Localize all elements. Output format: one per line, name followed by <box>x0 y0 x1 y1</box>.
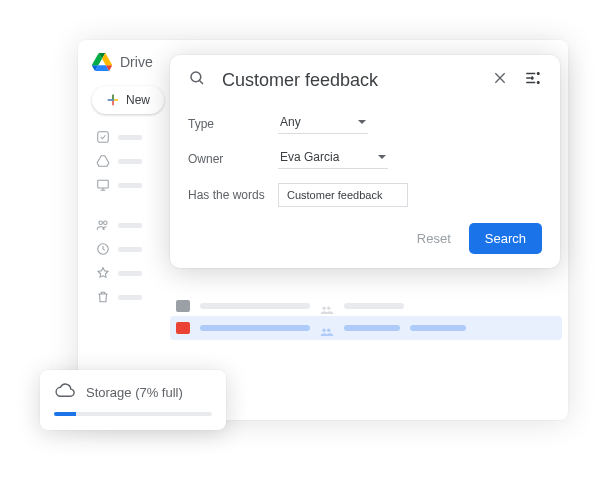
svg-point-3 <box>104 221 108 225</box>
people-icon <box>96 218 110 232</box>
clear-search-icon[interactable] <box>492 70 508 90</box>
storage-progress-fill <box>54 412 76 416</box>
file-meta-placeholder <box>344 325 400 331</box>
chevron-down-icon <box>358 120 366 124</box>
file-list <box>176 300 556 334</box>
search-actions: Reset Search <box>188 223 542 254</box>
nav-placeholder <box>118 159 142 164</box>
svg-rect-0 <box>98 132 109 143</box>
filter-type-row: Type Any <box>188 113 542 134</box>
computer-icon <box>96 178 110 192</box>
file-meta-placeholder <box>344 303 404 309</box>
nav-placeholder <box>118 223 142 228</box>
filter-type-label: Type <box>188 117 278 131</box>
filter-type-value: Any <box>280 115 301 129</box>
storage-card[interactable]: Storage (7% full) <box>40 370 226 430</box>
search-icon <box>188 69 206 91</box>
file-name-placeholder <box>200 325 310 331</box>
search-button[interactable]: Search <box>469 223 542 254</box>
file-meta-placeholder <box>410 325 466 331</box>
new-button-label: New <box>126 93 150 107</box>
check-badge-icon <box>96 130 110 144</box>
nav-placeholder <box>118 295 142 300</box>
filter-owner-label: Owner <box>188 152 278 166</box>
chevron-down-icon <box>378 155 386 159</box>
svg-point-6 <box>327 307 331 311</box>
storage-progress-bar <box>54 412 212 416</box>
clock-icon <box>96 242 110 256</box>
storage-header: Storage (7% full) <box>54 382 212 402</box>
plus-icon <box>106 93 120 107</box>
svg-point-11 <box>531 77 534 80</box>
svg-point-10 <box>537 72 540 75</box>
star-icon <box>96 266 110 280</box>
file-name-placeholder <box>200 303 310 309</box>
filter-words-label: Has the words <box>188 188 278 202</box>
drive-nav-icon <box>96 154 110 168</box>
reset-button[interactable]: Reset <box>417 231 451 246</box>
filter-owner-select[interactable]: Eva Garcia <box>278 148 388 169</box>
filter-owner-value: Eva Garcia <box>280 150 339 164</box>
nav-placeholder <box>118 247 142 252</box>
file-row-selected[interactable] <box>170 316 562 340</box>
file-row[interactable] <box>176 300 556 312</box>
nav-placeholder <box>118 271 142 276</box>
svg-point-5 <box>322 307 326 311</box>
nav-placeholder <box>118 183 142 188</box>
filter-type-select[interactable]: Any <box>278 113 368 134</box>
svg-point-2 <box>99 221 103 225</box>
search-panel: Type Any Owner Eva Garcia Has the words … <box>170 55 560 268</box>
new-button[interactable]: New <box>92 86 164 114</box>
svg-rect-1 <box>98 180 109 188</box>
shared-icon <box>320 323 334 333</box>
shared-icon <box>320 301 334 311</box>
search-options-icon[interactable] <box>524 69 542 91</box>
trash-icon <box>96 290 110 304</box>
nav-placeholder <box>118 135 142 140</box>
storage-label: Storage (7% full) <box>86 385 183 400</box>
file-type-icon <box>176 322 190 334</box>
svg-point-12 <box>537 81 540 84</box>
filter-words-input[interactable] <box>278 183 408 207</box>
cloud-icon <box>54 382 76 402</box>
nav-item-starred[interactable] <box>96 266 568 280</box>
filter-owner-row: Owner Eva Garcia <box>188 148 542 169</box>
search-input[interactable] <box>222 70 476 91</box>
file-type-icon <box>176 300 190 312</box>
svg-point-8 <box>327 329 331 333</box>
svg-point-7 <box>322 329 326 333</box>
app-title: Drive <box>120 54 153 70</box>
search-bar <box>188 69 542 91</box>
filter-words-row: Has the words <box>188 183 542 207</box>
drive-logo-icon <box>92 52 112 72</box>
